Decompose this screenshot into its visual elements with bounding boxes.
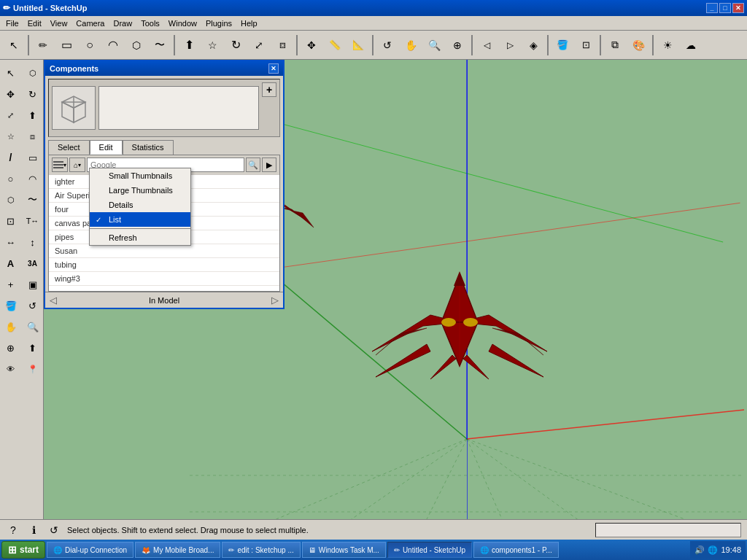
view-mode-button[interactable]: ▾ [52, 158, 68, 172]
info-icon[interactable]: ℹ [26, 523, 41, 537]
home-nav-button[interactable]: ⌂ ▾ [69, 158, 85, 172]
lt-zoom2[interactable]: 🔍 [23, 316, 43, 337]
components-btn[interactable]: ⧉ [604, 34, 626, 56]
freehand-btn[interactable]: 〜 [149, 34, 171, 56]
zoom-btn[interactable]: 🔍 [423, 34, 445, 56]
list-item[interactable]: Susan [49, 244, 279, 258]
select-tool-btn[interactable]: ↖ [3, 34, 25, 56]
list-item[interactable]: tubing [49, 258, 279, 272]
lt-axes[interactable]: + [1, 274, 21, 295]
lt-orbit[interactable]: ↺ [23, 295, 43, 316]
lt-polygon[interactable]: ⬡ [1, 190, 21, 210]
forward-arrow[interactable]: ▷ [271, 295, 279, 306]
lt-select2[interactable]: ⬡ [23, 63, 43, 83]
components-close-button[interactable]: ✕ [268, 63, 279, 74]
eraser-btn[interactable]: ⊡ [575, 34, 597, 56]
tab-edit[interactable]: Edit [90, 140, 123, 155]
lt-tape[interactable]: T↔ [23, 211, 43, 231]
back-arrow[interactable]: ◁ [50, 295, 57, 306]
next-view-btn[interactable]: ▷ [499, 34, 521, 56]
tray-network-icon[interactable]: 🌐 [708, 545, 718, 555]
list-item[interactable]: wing#3 [49, 272, 279, 286]
taskbar-item-mobile[interactable]: 🦊 My Mobile Broad... [135, 542, 220, 558]
shadows-btn[interactable]: ☀ [657, 34, 678, 56]
refresh-icon[interactable]: ↺ [47, 523, 61, 537]
prev-view-btn[interactable]: ◁ [476, 34, 498, 56]
scale-btn[interactable]: ⤢ [248, 34, 270, 56]
lt-pan[interactable]: ✋ [1, 316, 21, 337]
add-component-btn[interactable]: + [262, 82, 276, 97]
lt-follow[interactable]: ☆ [1, 126, 21, 147]
lt-freehand[interactable]: 〜 [23, 190, 43, 210]
rectangle-btn[interactable]: ▭ [55, 34, 77, 56]
dropdown-details[interactable]: Details [90, 198, 190, 212]
lt-circle[interactable]: ○ [1, 168, 21, 189]
lt-line[interactable]: / [1, 147, 21, 168]
lt-pos[interactable]: 📍 [23, 359, 43, 379]
iso-btn[interactable]: ◈ [522, 34, 544, 56]
menu-help[interactable]: Help [236, 18, 262, 29]
menu-tools[interactable]: Tools [136, 18, 164, 29]
orbit-btn[interactable]: ↺ [376, 34, 398, 56]
lt-text[interactable]: A [1, 253, 21, 273]
lt-rect[interactable]: ▭ [23, 147, 43, 168]
lt-walk[interactable]: ⬆ [23, 338, 43, 358]
help-icon[interactable]: ? [6, 523, 20, 537]
arc-btn[interactable]: ◠ [102, 34, 124, 56]
lt-push[interactable]: ⬆ [23, 105, 43, 125]
close-button[interactable]: ✕ [732, 3, 744, 13]
lt-arc[interactable]: ◠ [23, 168, 43, 189]
menu-draw[interactable]: Draw [109, 18, 136, 29]
tape-btn[interactable]: 📏 [324, 34, 346, 56]
lt-select[interactable]: ↖ [1, 63, 21, 83]
maximize-button[interactable]: □ [719, 3, 731, 13]
offset-btn[interactable]: ⧈ [271, 34, 293, 56]
taskbar-item-dialup[interactable]: 🌐 Dial-up Connection [47, 542, 133, 558]
circle-btn[interactable]: ○ [79, 34, 101, 56]
menu-file[interactable]: File [1, 18, 23, 29]
polygon-btn[interactable]: ⬡ [125, 34, 147, 56]
dropdown-list[interactable]: ✓ List [90, 212, 190, 227]
lt-rotate[interactable]: ↻ [23, 84, 43, 104]
menu-window[interactable]: Window [164, 18, 201, 29]
lt-paint[interactable]: 🪣 [1, 295, 21, 316]
tray-sound-icon[interactable]: 🔊 [694, 545, 705, 555]
protractor-btn[interactable]: 📐 [347, 34, 369, 56]
taskbar-item-sketchup[interactable]: ✏ Untitled - SketchUp [387, 542, 472, 558]
lt-dim2[interactable]: ↕ [23, 232, 43, 252]
dropdown-large-thumbnails[interactable]: Large Thumbnails [90, 183, 190, 198]
dropdown-refresh[interactable]: Refresh [90, 230, 190, 245]
fog-btn[interactable]: ☁ [680, 34, 702, 56]
menu-view[interactable]: View [46, 18, 72, 29]
zoom-window-btn[interactable]: ⊕ [446, 34, 468, 56]
measurement-box[interactable] [595, 523, 741, 537]
menu-edit[interactable]: Edit [23, 18, 46, 29]
menu-camera[interactable]: Camera [71, 18, 109, 29]
followme-btn[interactable]: ☆ [201, 34, 223, 56]
lt-3dtext[interactable]: 3A [23, 253, 43, 273]
pencil-btn[interactable]: ✏ [32, 34, 54, 56]
paint-btn[interactable]: 🪣 [551, 34, 573, 56]
tab-select[interactable]: Select [48, 140, 90, 155]
taskbar-item-components[interactable]: 🌐 components1 - P... [473, 542, 559, 558]
search-extra-button[interactable]: ▶ [262, 158, 276, 172]
lt-scale[interactable]: ⤢ [1, 105, 21, 125]
minimize-button[interactable]: _ [706, 3, 718, 13]
lt-offset[interactable]: ⧈ [23, 126, 43, 147]
menu-plugins[interactable]: Plugins [201, 18, 236, 29]
dropdown-small-thumbnails[interactable]: Small Thumbnails [90, 168, 190, 183]
viewport[interactable]: Components ✕ + [44, 60, 747, 519]
lt-zoomext[interactable]: ⊕ [1, 338, 21, 358]
pushpull-btn[interactable]: ⬆ [178, 34, 200, 56]
lt-section[interactable]: ▣ [23, 274, 43, 295]
lt-eraser[interactable]: ⊡ [1, 211, 21, 231]
lt-lookat[interactable]: 👁 [1, 359, 21, 379]
start-button[interactable]: ⊞ start [1, 541, 45, 559]
tab-statistics[interactable]: Statistics [123, 140, 174, 155]
materials-btn[interactable]: 🎨 [627, 34, 649, 56]
lt-dim[interactable]: ↔ [1, 232, 21, 252]
pan-btn[interactable]: ✋ [400, 34, 422, 56]
lt-move[interactable]: ✥ [1, 84, 21, 104]
taskbar-item-taskmgr[interactable]: 🖥 Windows Task M... [302, 542, 386, 558]
rotate-btn[interactable]: ↻ [225, 34, 247, 56]
